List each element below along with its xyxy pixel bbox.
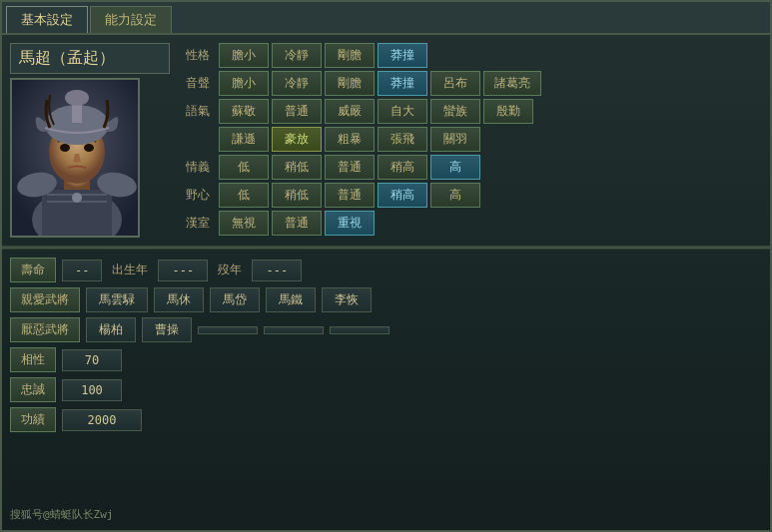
compatibility-row: 相性 70 [10, 347, 762, 372]
svg-point-9 [84, 144, 94, 152]
portrait-inner [12, 80, 138, 236]
speech2-btn-4[interactable]: 關羽 [430, 127, 480, 152]
birth-label: 出生年 [108, 262, 152, 278]
liked-gen-4: 李恢 [322, 287, 372, 312]
destiny-row: 壽命 -- 出生年 --- 歿年 --- [10, 258, 762, 282]
ambition-btn-3[interactable]: 稍高 [378, 183, 427, 208]
merit-label-btn[interactable]: 功績 [10, 407, 56, 432]
ambition-row: 野心 低 稍低 普通 稍高 高 [180, 183, 762, 208]
voice-btn-4[interactable]: 呂布 [430, 71, 480, 96]
loyalty-row: 情義 低 稍低 普通 稍高 高 [180, 155, 762, 180]
personality-label: 性格 [180, 47, 216, 64]
svg-point-8 [60, 144, 70, 152]
liked-row: 親愛武將 馬雲騄 馬休 馬岱 馬鐵 李恢 [10, 287, 762, 312]
speech-row: 語氣 蘇敬 普通 威嚴 自大 蠻族 殷勤 [180, 99, 762, 124]
disliked-gen-1: 曹操 [142, 317, 192, 342]
char-name: 馬超（孟起） [10, 43, 170, 74]
attr-grid: 性格 膽小 冷靜 剛膽 莽撞 音聲 膽小 冷靜 剛膽 莽撞 呂布 諸葛亮 語氣 … [180, 43, 762, 238]
voice-btn-2[interactable]: 剛膽 [325, 71, 375, 96]
destiny-label-btn[interactable]: 壽命 [10, 258, 56, 282]
han-row: 漢室 無視 普通 重視 [180, 211, 762, 236]
ambition-btn-2[interactable]: 普通 [325, 183, 375, 208]
destiny-value: -- [62, 260, 102, 281]
tab-ability[interactable]: 能力設定 [90, 6, 172, 33]
tab-basic[interactable]: 基本設定 [6, 6, 88, 33]
merit-value: 2000 [62, 409, 142, 431]
compatibility-label-btn[interactable]: 相性 [10, 347, 56, 372]
voice-row: 音聲 膽小 冷靜 剛膽 莽撞 呂布 諸葛亮 [180, 71, 762, 96]
speech-btn-3[interactable]: 自大 [378, 99, 427, 124]
speech-label: 語氣 [180, 103, 216, 120]
merit-row: 功績 2000 [10, 407, 762, 432]
liked-gen-3: 馬鐵 [266, 287, 316, 312]
speech2-btn-3[interactable]: 張飛 [378, 127, 427, 152]
personality-btn-3[interactable]: 莽撞 [378, 43, 427, 68]
svg-point-12 [65, 90, 89, 106]
voice-label: 音聲 [180, 75, 216, 92]
personality-row: 性格 膽小 冷靜 剛膽 莽撞 [180, 43, 762, 68]
loyalty-btn-3[interactable]: 稍高 [378, 155, 427, 180]
main-container: 基本設定 能力設定 馬超（孟起） [0, 0, 772, 532]
portrait-wrapper: 馬超（孟起） [10, 43, 170, 238]
loyalty-btn-4[interactable]: 高 [430, 155, 480, 180]
speech-btn-4[interactable]: 蠻族 [430, 99, 480, 124]
speech-btn-2[interactable]: 威嚴 [325, 99, 375, 124]
loyalty-bottom-row: 忠誠 100 [10, 377, 762, 402]
ambition-btn-4[interactable]: 高 [430, 183, 480, 208]
compatibility-value: 70 [62, 349, 122, 371]
disliked-gen-0: 楊柏 [86, 317, 136, 342]
birth-value: --- [158, 260, 208, 281]
loyalty-bottom-label-btn[interactable]: 忠誠 [10, 377, 56, 402]
speech2-btn-1[interactable]: 豪放 [272, 127, 322, 152]
loyalty-btn-2[interactable]: 普通 [325, 155, 375, 180]
liked-label-btn[interactable]: 親愛武將 [10, 287, 80, 312]
loyalty-label: 情義 [180, 159, 216, 176]
voice-btn-1[interactable]: 冷靜 [272, 71, 322, 96]
voice-btn-5[interactable]: 諸葛亮 [483, 71, 541, 96]
voice-btn-3[interactable]: 莽撞 [378, 71, 427, 96]
liked-gen-1: 馬休 [154, 287, 204, 312]
death-label: 歿年 [214, 262, 246, 278]
han-btn-0[interactable]: 無視 [219, 211, 269, 236]
watermark: 搜狐号@蜻蜓队长Zwj [10, 507, 114, 522]
speech-row2: 謙遜 豪放 粗暴 張飛 關羽 [180, 127, 762, 152]
disliked-row: 厭惡武將 楊柏 曹操 [10, 317, 762, 342]
disliked-empty-1 [264, 326, 324, 334]
liked-gen-2: 馬岱 [210, 287, 260, 312]
han-btn-1[interactable]: 普通 [272, 211, 322, 236]
ambition-btn-0[interactable]: 低 [219, 183, 269, 208]
han-btn-2[interactable]: 重視 [325, 211, 375, 236]
death-value: --- [252, 260, 302, 281]
speech2-btn-0[interactable]: 謙遜 [219, 127, 269, 152]
personality-btn-0[interactable]: 膽小 [219, 43, 269, 68]
liked-gen-0: 馬雲騄 [86, 287, 148, 312]
tab-bar: 基本設定 能力設定 [2, 2, 770, 35]
svg-point-15 [72, 193, 82, 203]
speech-btn-1[interactable]: 普通 [272, 99, 322, 124]
voice-btn-0[interactable]: 膽小 [219, 71, 269, 96]
loyalty-btn-1[interactable]: 稍低 [272, 155, 322, 180]
disliked-label-btn[interactable]: 厭惡武將 [10, 317, 80, 342]
han-label: 漢室 [180, 215, 216, 232]
disliked-empty-0 [198, 326, 258, 334]
speech-btn-0[interactable]: 蘇敬 [219, 99, 269, 124]
speech2-btn-2[interactable]: 粗暴 [325, 127, 375, 152]
ambition-btn-1[interactable]: 稍低 [272, 183, 322, 208]
char-portrait [10, 78, 140, 238]
speech-btn-5[interactable]: 殷勤 [483, 99, 533, 124]
top-section: 馬超（孟起） [2, 35, 770, 248]
personality-btn-2[interactable]: 剛膽 [325, 43, 375, 68]
disliked-empty-2 [330, 326, 389, 334]
bottom-section: 壽命 -- 出生年 --- 歿年 --- 親愛武將 馬雲騄 馬休 馬岱 馬鐵 李… [2, 250, 770, 530]
loyalty-btn-0[interactable]: 低 [219, 155, 269, 180]
loyalty-bottom-value: 100 [62, 379, 122, 401]
personality-btn-1[interactable]: 冷靜 [272, 43, 322, 68]
ambition-label: 野心 [180, 187, 216, 204]
